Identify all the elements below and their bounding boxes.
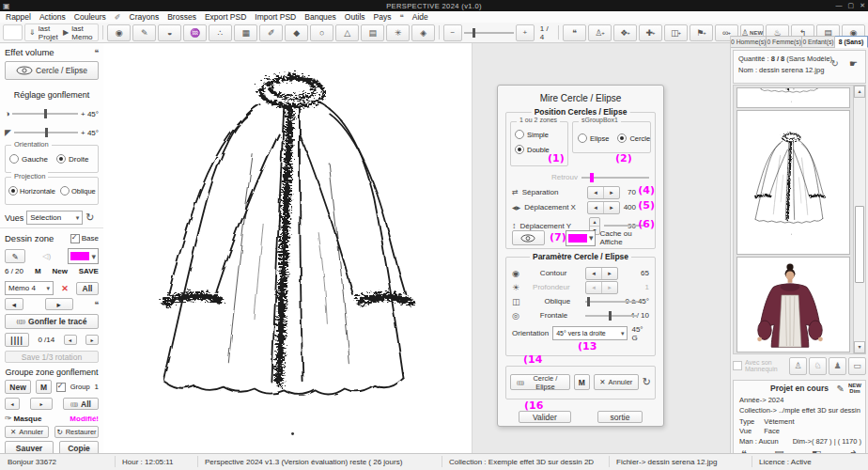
close-button[interactable]: ✕ bbox=[860, 2, 865, 9]
orientation-select[interactable]: 45° vers la droite▾ bbox=[552, 326, 628, 340]
zone-color-picker[interactable]: ▾ bbox=[68, 248, 99, 264]
sortie-button[interactable]: sortie bbox=[597, 411, 643, 423]
menu-couleurs[interactable]: Couleurs bbox=[74, 12, 106, 22]
rotation-barcode-button[interactable]: |||| bbox=[5, 333, 29, 347]
triangle-tool-button[interactable]: △ bbox=[335, 24, 359, 41]
menu-rappel[interactable]: Rappel bbox=[6, 12, 31, 22]
mannequin-bust-button-1[interactable]: ♙ bbox=[789, 357, 807, 375]
comment-tool-button[interactable]: ❝ bbox=[563, 24, 586, 41]
draw-pen-button[interactable]: ✎ bbox=[5, 249, 25, 263]
next-zone-button[interactable]: ▸ bbox=[45, 298, 73, 310]
add-axis-button[interactable]: ✚+ bbox=[639, 24, 662, 41]
waves-tool-button[interactable]: ♒ bbox=[183, 24, 207, 41]
thumbnail-item[interactable] bbox=[736, 257, 850, 352]
reload-thumbnails-icon[interactable]: ↻ bbox=[831, 58, 839, 69]
zone-comment-icon[interactable]: ❝ bbox=[94, 300, 99, 309]
save-zone-button[interactable]: SAVE bbox=[79, 267, 99, 275]
menu-import-psd[interactable]: Import PSD bbox=[255, 12, 296, 22]
refresh-icon[interactable]: ↻ bbox=[85, 212, 94, 224]
zoom-slider[interactable] bbox=[464, 32, 514, 34]
maximize-button[interactable]: ▢ bbox=[848, 2, 855, 9]
menu-banques[interactable]: Banques bbox=[304, 12, 336, 22]
cercle-radio[interactable] bbox=[617, 133, 627, 143]
zoom-out-button[interactable]: − bbox=[443, 24, 462, 41]
dots-tool-button[interactable]: ∴ bbox=[209, 24, 232, 41]
minimize-button[interactable]: — bbox=[836, 2, 843, 9]
gem-tool-button[interactable]: ◈ bbox=[411, 24, 435, 41]
menu-brosses[interactable]: Brosses bbox=[167, 12, 196, 22]
valider-button[interactable]: Valider bbox=[519, 411, 571, 423]
separation-stepper[interactable]: ◂▸ bbox=[587, 186, 620, 199]
pencil-tool-button[interactable]: ✎ bbox=[132, 24, 156, 41]
tab-femmes[interactable]: 0 Femme(s) bbox=[767, 36, 802, 48]
group-m-button[interactable]: M bbox=[36, 380, 52, 394]
grid-tool-button[interactable]: ▦ bbox=[234, 24, 257, 41]
cache-eye-button[interactable] bbox=[512, 230, 545, 245]
rotation-next-button[interactable]: ▸ bbox=[85, 335, 99, 345]
masque-annuler-button[interactable]: ✕Annuler bbox=[5, 426, 49, 438]
tab-enfants[interactable]: 0 Enfant(s) bbox=[802, 36, 835, 48]
simple-radio[interactable] bbox=[515, 130, 524, 139]
mire-color-picker[interactable]: ▾ bbox=[566, 230, 597, 246]
brush-tool-button[interactable]: ✐ bbox=[259, 24, 283, 41]
flower-tool-button[interactable]: ✳ bbox=[386, 24, 410, 41]
thumbnail-scrollbar[interactable]: ▴ ▾ bbox=[853, 86, 865, 353]
deplacement-x-stepper[interactable]: ◂▸ bbox=[587, 201, 620, 214]
cercle-elipse-volume-button[interactable]: Cercle / Elipse bbox=[5, 61, 99, 80]
zoom-in-button[interactable]: + bbox=[516, 24, 535, 41]
group-checkbox[interactable] bbox=[56, 383, 66, 392]
scroll-down-arrow[interactable]: ▾ bbox=[854, 341, 865, 353]
tab-hommes[interactable]: 0 Homme(s) bbox=[731, 36, 767, 48]
new-zone-button[interactable]: New bbox=[52, 267, 67, 275]
eye-tool-button[interactable]: ◉ bbox=[107, 24, 131, 41]
mannequin-bust-button-3[interactable]: ♟ bbox=[829, 357, 846, 375]
oblique-slider[interactable] bbox=[585, 301, 638, 303]
menu-crayons[interactable]: Crayons bbox=[130, 12, 160, 22]
menu-outils[interactable]: Outils bbox=[345, 12, 365, 22]
retrouv-slider[interactable] bbox=[581, 177, 649, 179]
group-prev-button[interactable]: ◂ bbox=[5, 398, 20, 410]
projection-oblique-radio[interactable] bbox=[60, 186, 70, 196]
drawing-canvas[interactable] bbox=[103, 43, 472, 454]
apply-cercle-elipse-button[interactable]: ((|)) Cercle / Elipse bbox=[510, 374, 570, 390]
add-frame-button[interactable]: ◫+ bbox=[664, 24, 688, 41]
scroll-up-arrow[interactable]: ▴ bbox=[854, 86, 865, 98]
scrollbar-thumb[interactable] bbox=[855, 206, 864, 283]
comment-icon[interactable]: ❝ bbox=[94, 48, 99, 57]
double-radio[interactable] bbox=[515, 145, 524, 154]
group-new-button[interactable]: New bbox=[5, 380, 31, 394]
angle2-slider[interactable] bbox=[14, 132, 78, 133]
add-dress-button[interactable]: ⚑+ bbox=[690, 24, 713, 41]
group-next-button[interactable]: ▸ bbox=[30, 398, 53, 410]
all-zones-button[interactable]: All bbox=[76, 282, 99, 295]
delete-zone-icon[interactable]: ✕ bbox=[61, 284, 69, 293]
orientation-gauche-radio[interactable] bbox=[9, 154, 19, 164]
dialog-m-button[interactable]: M bbox=[574, 374, 590, 390]
frontale-slider[interactable] bbox=[585, 315, 638, 317]
rotation-prev-button[interactable]: ◂ bbox=[64, 335, 77, 345]
thumbnail-item[interactable] bbox=[736, 110, 850, 255]
contour-stepper[interactable]: ◂▸ bbox=[585, 267, 618, 280]
dialog-annuler-button[interactable]: ✕Annuler bbox=[594, 374, 639, 390]
vues-select[interactable]: Sélection▾ bbox=[26, 211, 83, 225]
menu-aide[interactable]: Aide bbox=[412, 12, 428, 22]
memo-select[interactable]: Mémo 4▾ bbox=[5, 281, 54, 295]
profondeur-stepper[interactable]: ◂▸ bbox=[585, 281, 618, 294]
avec-mannequin-checkbox[interactable] bbox=[733, 361, 742, 370]
menu-actions[interactable]: Actions bbox=[39, 12, 66, 22]
circle-tool-button[interactable]: ○ bbox=[310, 24, 333, 41]
base-checkbox[interactable] bbox=[70, 234, 80, 243]
thumbnail-item[interactable] bbox=[736, 87, 850, 108]
hand-icon[interactable]: ☛ bbox=[849, 58, 858, 69]
shade-tool-button[interactable]: ◒ bbox=[158, 24, 181, 41]
last-memo-button[interactable]: last Memo bbox=[71, 24, 94, 41]
prev-zone-button[interactable]: ◂ bbox=[5, 298, 23, 310]
diamond-tool-button[interactable]: ◆ bbox=[285, 24, 308, 41]
mannequin-bust-button-2[interactable]: ♘ bbox=[809, 357, 827, 375]
angle1-slider[interactable] bbox=[12, 113, 78, 115]
group-all-button[interactable]: ((|)) All bbox=[63, 398, 99, 410]
mannequin-bust-button-4[interactable]: ▭ bbox=[848, 357, 866, 375]
elipse-radio[interactable] bbox=[578, 133, 587, 143]
menu-pays[interactable]: Pays bbox=[374, 12, 392, 22]
document-tool-button[interactable]: ▤ bbox=[361, 24, 384, 41]
